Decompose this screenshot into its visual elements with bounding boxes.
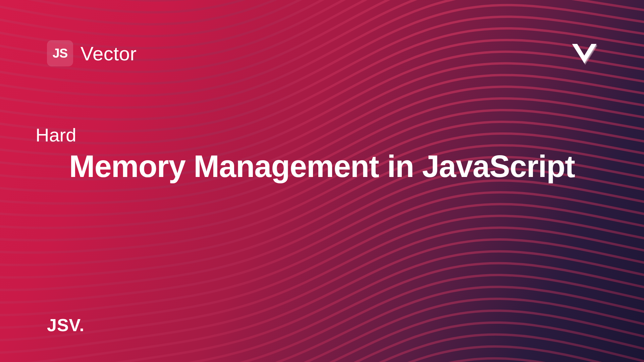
hero-block: Hard Memory Management in JavaScript — [32, 124, 612, 184]
hero-title: Memory Management in JavaScript — [32, 149, 612, 184]
v-logo-icon — [568, 37, 600, 69]
js-badge: JS — [47, 40, 73, 66]
footer-mark: JSV. — [47, 315, 85, 335]
brand-logo-top: JS Vector — [47, 40, 137, 66]
js-badge-text: JS — [53, 46, 67, 61]
brand-name: Vector — [80, 42, 137, 65]
difficulty-label: Hard — [36, 124, 612, 146]
